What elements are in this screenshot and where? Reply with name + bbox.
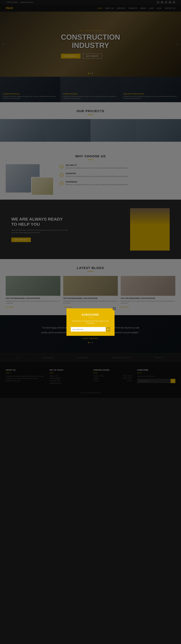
modal-text: Subscribe to our mailing list to get the…: [71, 320, 110, 324]
modal-close-button[interactable]: ×: [113, 307, 116, 310]
modal-input-wrap: ➤: [71, 327, 110, 332]
modal-divider: [88, 318, 93, 318]
modal-email-input[interactable]: [71, 327, 110, 332]
subscribe-modal: × Subscribe Subscribe to our mailing lis…: [66, 308, 115, 336]
modal-overlay[interactable]: × Subscribe Subscribe to our mailing lis…: [0, 0, 181, 398]
modal-title: Subscribe: [71, 313, 110, 316]
close-icon: ×: [114, 308, 115, 310]
modal-submit-button[interactable]: ➤: [106, 327, 110, 332]
